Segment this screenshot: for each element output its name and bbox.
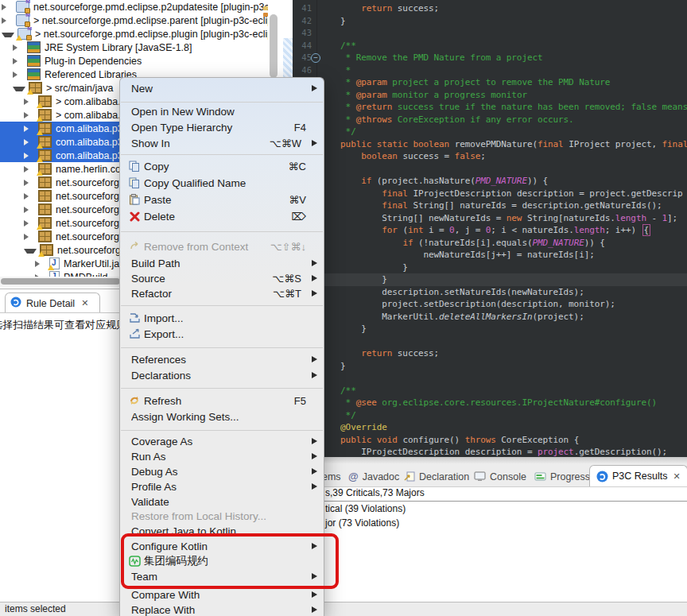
tree-row-label: net.sourceforge [56,231,125,242]
menu-item-source[interactable]: Source⌥⌘S [120,270,324,286]
delete-icon [128,211,141,223]
menu-item-profile-as[interactable]: Profile As [120,478,324,494]
menu-item-assign-working-sets[interactable]: Assign Working Sets... [120,409,324,424]
submenu-arrow-icon [312,290,317,296]
project-icon: M [16,1,29,13]
tree-row[interactable]: M> net.sourceforge.pmd.eclipse.parent [p… [0,14,280,27]
close-icon[interactable]: ✕ [673,471,680,482]
fold-collapse-icon[interactable]: − [311,53,320,63]
result-row[interactable]: s,39 Criticals,73 Majors [325,487,425,498]
menu-item-debug-as[interactable]: Debug As [120,463,324,479]
overview-marker [263,13,268,17]
collapsed-arrow-icon[interactable] [2,17,13,24]
menu-item-copy-qualified-name[interactable]: Copy Qualified Name [120,175,324,191]
menu-item-refactor[interactable]: Refactor⌥⌘T [120,285,324,301]
menu-item-declarations[interactable]: Declarations [120,367,324,383]
submenu-arrow-icon [312,275,317,281]
collapsed-arrow-icon[interactable] [13,45,24,51]
menu-item-import[interactable]: Import... [120,310,324,326]
menu-item-new[interactable]: New [120,80,324,96]
menu-item-build-path[interactable]: Build Path [120,255,324,271]
menu-item-replace-with[interactable]: Replace With [120,602,324,616]
tree-row[interactable]: Plug-in Dependencies [0,54,280,68]
scrollbar-thumb[interactable] [1,278,120,285]
view-tab-ems[interactable]: ems [322,467,341,486]
view-tab-javadoc[interactable]: @Javadoc [348,467,399,486]
tree-row[interactable]: M> net.sourceforge.pmd.eclipse.plugin [p… [0,27,280,41]
menu-item-run-as[interactable]: Run As [120,448,324,464]
editor-line: if (!natureIds[i].equals(PMD_NATURE)) { [317,237,687,250]
package-icon [38,136,52,148]
tree-row[interactable]: JRE System Library [JavaSE-1.8] [0,41,280,54]
package-icon [38,163,52,175]
decl-icon [404,471,415,482]
collapsed-arrow-icon[interactable] [24,153,35,159]
package-icon [38,122,52,134]
collapsed-arrow-icon[interactable] [24,139,35,145]
collapsed-arrow-icon[interactable] [35,261,46,267]
editor-line: if (project.hasNature(PMD_NATURE)) { [317,175,687,188]
submenu-arrow-icon [312,453,317,459]
menu-item-label: Validate [131,496,324,508]
collapsed-arrow-icon[interactable] [24,126,35,132]
submenu-arrow-icon [312,372,317,378]
view-tab-declaration[interactable]: Declaration [404,467,469,486]
collapsed-arrow-icon[interactable] [24,99,35,105]
menu-separator [121,154,323,155]
tree-row-label: net.sourceforge [56,191,125,202]
menu-item-restore-from-local-history[interactable]: Restore from Local History... [120,508,324,524]
result-row[interactable]: jor (73 Violations) [325,517,399,529]
expanded-arrow-icon[interactable] [24,249,37,254]
menu-item-validate[interactable]: Validate [120,494,324,509]
collapsed-arrow-icon[interactable] [24,193,35,200]
editor-line [317,335,687,348]
warning-overlay-icon [37,103,43,108]
expanded-arrow-icon[interactable] [13,87,25,91]
menu-item-copy[interactable]: Copy⌘C [120,158,324,174]
menu-item-show-in[interactable]: Show In⌥⌘W [120,135,324,151]
collapsed-arrow-icon[interactable] [24,112,35,118]
menu-item-label: Import... [144,312,324,324]
expanded-arrow-icon[interactable] [2,33,14,37]
results-header-divider [280,501,687,502]
submenu-arrow-icon [312,260,317,266]
view-tab-progress[interactable]: Progress [534,467,590,486]
collapsed-arrow-icon[interactable] [13,72,24,78]
submenu-arrow-icon [312,483,317,490]
collapsed-arrow-icon[interactable] [24,234,35,240]
export-icon [128,328,141,340]
scrollbar-thumb[interactable] [270,14,278,78]
collapsed-arrow-icon[interactable] [24,220,35,227]
package-icon [38,231,52,242]
line-number: 44 [293,40,312,52]
view-tab-p3c-results[interactable]: P3C Results✕ [589,465,687,486]
menu-item-refresh[interactable]: RefreshF5 [120,393,324,409]
menu-item-remove-from-context[interactable]: Remove from Context⌥⇧⌘↓ [120,238,324,254]
menu-item-open-in-new-window[interactable]: Open in New Window [120,103,324,119]
menu-item-coverage-as[interactable]: Coverage As [120,433,324,449]
tab-rule-detail[interactable]: Rule Detail ✕ [5,293,100,313]
panel-sash[interactable] [280,457,687,464]
collapsed-arrow-icon[interactable] [2,4,13,10]
annotation-highlight [121,533,339,589]
editor-line: } [317,323,687,335]
collapsed-arrow-icon[interactable] [24,180,35,186]
menu-item-label: Compare With [131,589,324,601]
result-row[interactable]: tical (39 Violations) [325,503,406,514]
collapsed-arrow-icon[interactable] [13,58,24,64]
editor-line: return success; [317,347,687,360]
editor-line: project.setDescription(description, moni… [317,298,687,311]
menu-item-references[interactable]: References [120,351,324,367]
view-tab-console[interactable]: Console [474,467,526,486]
menu-item-export[interactable]: Export... [120,326,324,342]
collapsed-arrow-icon[interactable] [24,166,35,172]
tree-row[interactable]: Mnet.sourceforge.pmd.eclipse.p2updatesit… [0,0,280,14]
close-icon[interactable]: ✕ [81,298,88,308]
collapsed-arrow-icon[interactable] [24,207,35,213]
menu-item-compare-with[interactable]: Compare With [120,587,324,602]
menu-item-paste[interactable]: Paste⌘V [120,192,324,207]
tree-row-label: com.alibaba.p3 [56,150,123,161]
menu-item-open-type-hierarchy[interactable]: Open Type HierarchyF4 [120,119,324,135]
menu-item-delete[interactable]: Delete⌦ [120,208,324,224]
code-editor[interactable]: 4142434445464748495051525354555657585960… [293,0,687,457]
